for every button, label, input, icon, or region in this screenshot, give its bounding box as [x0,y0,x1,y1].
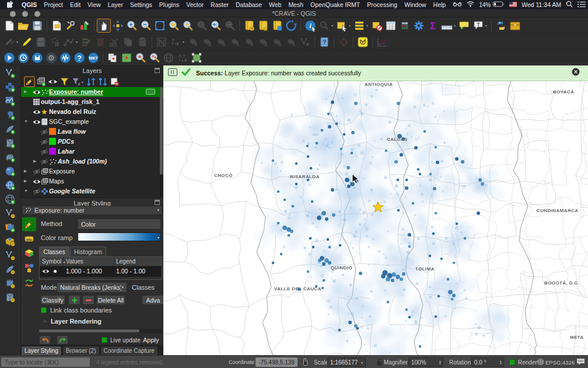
menu-plugins[interactable]: Plugins [159,1,179,8]
archive-icon[interactable] [509,19,522,32]
undo-style-button[interactable] [39,335,51,345]
blob-icon[interactable] [201,36,214,48]
add-layer-vpoints2-icon[interactable] [4,249,16,262]
zlast-icon[interactable] [209,19,222,32]
znat-icon[interactable]: 1:1 [195,19,208,32]
eyetool-icon[interactable] [47,77,58,88]
banner-panel-icon[interactable] [168,68,177,78]
expand-icon[interactable] [86,77,97,88]
menu-web[interactable]: Web [269,1,281,8]
layout-icon[interactable] [50,19,63,32]
smiley-icon[interactable] [356,36,369,48]
glasses-icon[interactable] [453,1,462,8]
optgear-icon[interactable] [412,19,425,32]
symb-icon[interactable] [78,19,91,32]
multiedit-icon[interactable] [80,36,93,48]
layer-item-exposure[interactable]: ▶Exposure [21,166,163,176]
class-row[interactable]: 1.000 - 1.0001.00 - 1.00 [40,266,162,277]
pastemap-icon[interactable] [120,51,133,64]
delete-all-button[interactable]: Delete All [96,295,125,305]
globegray-icon[interactable] [162,51,175,64]
styling-layer-select[interactable]: Exposure: number▾ [22,206,162,215]
blob-icon[interactable] [257,36,270,48]
visibility-eye-icon[interactable] [33,108,41,117]
add-layer-globe2-icon[interactable] [4,179,16,192]
menu-settings[interactable]: Settings [130,1,152,8]
add-layer-chip-icon[interactable] [4,277,16,290]
movef-dropdown[interactable]: ▾ [183,36,186,48]
tab-histogram[interactable]: Histogram [70,247,106,256]
dock-tab-browser-2-[interactable]: Browser (2) [62,346,100,355]
menu-vector[interactable]: Vector [186,1,204,8]
bmpanel-icon[interactable] [271,19,284,32]
visibility-eye-icon[interactable] [33,88,41,98]
vgear-icon[interactable] [299,36,312,48]
trash-icon[interactable] [94,36,107,48]
layer-item-nevado-del-ruiz[interactable]: ★Nevado del Ruiz [21,107,163,117]
visibility-eye-off-icon[interactable] [40,128,48,137]
crosshair-icon[interactable] [337,36,350,48]
tab-classes[interactable]: Classes [39,247,69,256]
banner-close-icon[interactable] [572,68,580,78]
cwkt-icon[interactable]: WKT [87,51,100,64]
control-center-icon[interactable] [578,1,586,9]
ctime-icon[interactable] [17,51,30,64]
live-update-checkbox[interactable] [102,337,107,343]
open-icon[interactable] [17,19,30,32]
dock-tab-layer-styling[interactable]: Layer Styling [21,346,62,355]
add-layer-shirt-icon[interactable] [4,137,16,150]
attrtab-icon[interactable] [384,19,397,32]
layer-item-maps[interactable]: ▶Maps [21,176,163,186]
add-layer-layers2-icon[interactable] [4,221,16,234]
mode-select[interactable]: Natural Breaks (Jenks)▾ [57,282,127,293]
expander-icon[interactable]: ▶ [33,159,36,164]
menu-view[interactable]: View [88,1,101,8]
layer-item-pdcs[interactable]: PDCs [21,137,163,147]
adddots-icon[interactable] [48,36,61,48]
filterexp-dropdown[interactable]: ▾ [82,75,85,88]
styling-panel-float-icon[interactable] [155,200,160,205]
styling-tab-labels[interactable]: abc [22,232,36,246]
locator-input[interactable]: Type to locate (⌘K) [1,357,90,367]
movef-icon[interactable] [169,36,182,48]
chelp-icon[interactable]: ? [73,51,86,64]
addgroup-icon[interactable] [36,77,47,88]
blob-icon[interactable] [243,36,256,48]
layer-item-ash-load-100m-[interactable]: ▶Ash_load (100m) [21,157,163,166]
expander-icon[interactable]: ▼ [24,119,28,123]
cgear-icon[interactable] [45,51,58,64]
pansel-icon[interactable] [111,19,124,32]
link-class-checkbox[interactable] [41,307,47,313]
blob-icon[interactable] [271,36,284,48]
styling-tab-diagrams[interactable] [22,261,36,275]
add-layer-vpoints-icon[interactable] [4,207,16,220]
copy2-icon[interactable] [122,36,135,48]
mouse-extent-icon[interactable] [302,358,310,367]
csave-icon[interactable] [31,51,44,64]
layer-rendering-expander[interactable]: ▷ [44,319,47,324]
visibility-eye-off-icon[interactable] [33,188,41,197]
blob-icon[interactable] [285,36,298,48]
copyred-icon[interactable] [106,51,119,64]
removelyr-icon[interactable] [109,77,120,88]
advanced-button[interactable]: Adva [142,295,163,305]
apple-menu-icon[interactable] [7,1,13,9]
identify-icon[interactable]: i [304,19,317,32]
visibility-eye-off-icon[interactable] [33,168,41,177]
apply-button[interactable]: Apply [143,336,159,343]
styling-tab-history[interactable] [22,276,36,290]
wifi-icon[interactable] [467,1,474,8]
vertex-icon[interactable] [62,36,75,48]
zlay-icon[interactable] [181,19,194,32]
layer-item-google-satellite[interactable]: ▼Google Satellite [21,186,163,196]
visibility-eye-icon[interactable] [33,118,41,127]
collapse-icon[interactable] [97,77,108,88]
remove-class-button[interactable] [82,295,94,305]
scale-select[interactable]: 1:1665177▾ [327,357,366,367]
add-layer-boxglobe-icon[interactable] [4,235,16,248]
new-icon[interactable] [3,19,16,32]
add-layer-grid-icon[interactable] [4,95,16,107]
extbox-icon[interactable] [190,51,203,64]
battery-icon[interactable] [493,1,505,8]
sigma-icon[interactable]: Σ [426,19,439,32]
